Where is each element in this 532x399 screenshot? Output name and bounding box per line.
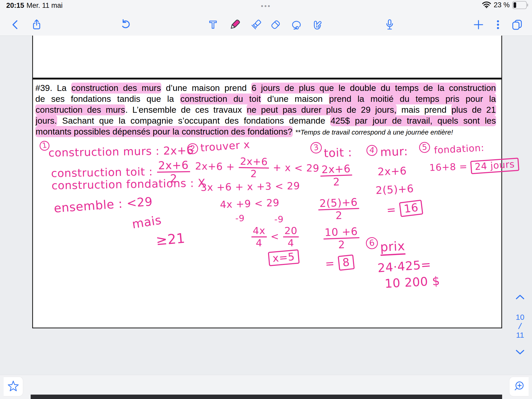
problem-line: construction des murs. L’ensemble de ces… — [35, 104, 496, 115]
handwriting-ink: 10 200 $ — [384, 275, 440, 290]
handwriting-ink: construction murs : 2x+6 — [48, 144, 194, 159]
problem-text: Sachant que la compagnie s’occupant des … — [57, 116, 330, 125]
back-button[interactable] — [8, 17, 23, 32]
zoom-in-button[interactable] — [509, 377, 529, 396]
problem-note: **Temps de travail correspond à une jour… — [295, 128, 453, 136]
table-row-divider — [32, 78, 502, 79]
page-slash: / — [518, 321, 522, 331]
chevron-down-icon[interactable] — [514, 349, 526, 357]
pages-overview-button[interactable] — [509, 17, 524, 32]
handwriting-ink: 2(5)+62 — [317, 196, 360, 222]
handwriting-ink: 4x +9 < 29 — [220, 197, 280, 210]
problem-line: jours. Sachant que la compagnie s’occupa… — [35, 115, 496, 126]
text-tool-icon — [207, 19, 219, 31]
undo-icon — [119, 19, 131, 31]
highlighted-text: construction des murs — [35, 104, 125, 115]
problem-text — [293, 127, 295, 136]
share-icon — [31, 19, 43, 31]
handwriting-ink: ≥21 — [155, 231, 186, 248]
handwriting-ink: 16+8 = 24 jours — [429, 158, 519, 175]
app-screen: 20:15 Mer. 11 mai ••• 23 % — [0, 0, 532, 399]
problem-text: d’une maison prend — [161, 83, 251, 93]
highlighted-text: plus de 21 — [451, 104, 496, 115]
pen-tool-button-active[interactable] — [227, 17, 242, 32]
share-button[interactable] — [29, 17, 44, 32]
highlighted-text: ne peut pas durer plus de 29 jours, — [247, 104, 397, 115]
undo-button[interactable] — [118, 17, 133, 32]
lasso-tool-button[interactable] — [289, 17, 304, 32]
plus-icon — [473, 19, 484, 31]
handwriting-ink: 2(5)+6 — [375, 183, 414, 196]
problem-text: #39. La — [35, 83, 71, 93]
pages-icon — [511, 19, 523, 31]
wifi-icon — [482, 1, 491, 9]
problem-line: de ses fondations tandis que la construc… — [35, 94, 496, 104]
handwriting-ink: 2x+62 — [320, 163, 353, 188]
handwriting-ink: = 8 — [325, 255, 354, 271]
problem-line: montants possibles dépensés pour la cons… — [35, 126, 496, 138]
eraser-icon — [270, 19, 282, 31]
finger-tap-tool-button[interactable] — [309, 17, 324, 32]
star-icon — [6, 379, 20, 394]
battery-percent: 23 % — [494, 1, 510, 9]
chevron-up-icon[interactable] — [514, 294, 526, 301]
highlighter-tool-button[interactable] — [249, 17, 264, 32]
next-page-edge — [31, 395, 502, 399]
highlighted-text: prend la moitié du temps pris pour la — [329, 94, 496, 104]
highlighted-text: montants possibles dépensés pour la cons… — [35, 126, 293, 137]
handwriting-ink: -9 — [235, 214, 245, 223]
handwriting-ink: toit : — [324, 146, 352, 159]
handwriting-ink: x=5 — [268, 250, 299, 266]
lasso-icon — [290, 19, 302, 31]
problem-text: . L’ensemble de ces travaux — [125, 105, 246, 115]
pen-icon — [229, 19, 241, 31]
highlighted-text: 6 jours de plus que le double du temps d… — [251, 83, 496, 94]
highlighted-text: jours. — [35, 115, 57, 126]
current-page-number: 10 — [516, 313, 524, 322]
finger-tap-icon — [311, 19, 323, 31]
problem-paragraph: #39. La construction des murs d’une mais… — [35, 83, 496, 138]
microphone-icon — [384, 19, 396, 31]
handwriting-ink: 2x+6 — [377, 165, 407, 177]
handwriting-ink: construction fondations : X — [51, 177, 206, 192]
multitask-handle: ••• — [0, 2, 532, 10]
problem-text: de ses fondations tandis que la — [35, 94, 180, 104]
top-chrome: 20:15 Mer. 11 mai ••• 23 % — [0, 0, 532, 36]
bookmark-button[interactable] — [4, 377, 23, 396]
vertical-ellipsis-icon — [492, 19, 504, 31]
problem-text: mais prend — [397, 105, 451, 115]
highlighter-icon — [250, 19, 262, 31]
more-options-button[interactable] — [490, 17, 506, 32]
highlighted-text: 425$ par jour de travail, quels sont les — [330, 115, 496, 126]
magnifier-plus-icon — [512, 379, 526, 394]
problem-line: #39. La construction des murs d’une mais… — [35, 83, 496, 94]
status-bar: 20:15 Mer. 11 mai ••• 23 % — [0, 0, 532, 10]
handwriting-ink: prix — [380, 239, 405, 256]
page-navigator: 10 / 11 — [510, 294, 530, 357]
chevron-left-icon — [9, 19, 21, 31]
total-page-number: 11 — [516, 331, 524, 340]
microphone-button[interactable] — [382, 17, 397, 32]
text-tool-button[interactable] — [205, 17, 221, 32]
handwriting-ink: 10 +62 — [323, 226, 360, 251]
handwriting-ink: -9 — [274, 215, 284, 224]
eraser-tool-button[interactable] — [268, 17, 283, 32]
highlighted-text: construction des murs — [71, 83, 161, 94]
add-page-button[interactable] — [471, 17, 486, 32]
handwriting-ink: 3x +6 + x +3 < 29 — [201, 181, 300, 193]
handwriting-ink: = 16 — [386, 200, 423, 218]
battery-icon — [512, 1, 527, 9]
handwriting-ink: 2x+6 + 2x+62 + x < 29 — [195, 155, 320, 180]
highlighted-text: construction du toit — [180, 94, 261, 104]
handwriting-ink: mur: — [380, 145, 408, 158]
problem-text: d’une maison — [261, 94, 329, 104]
handwriting-ink: 4x4 < 204 — [251, 225, 299, 248]
